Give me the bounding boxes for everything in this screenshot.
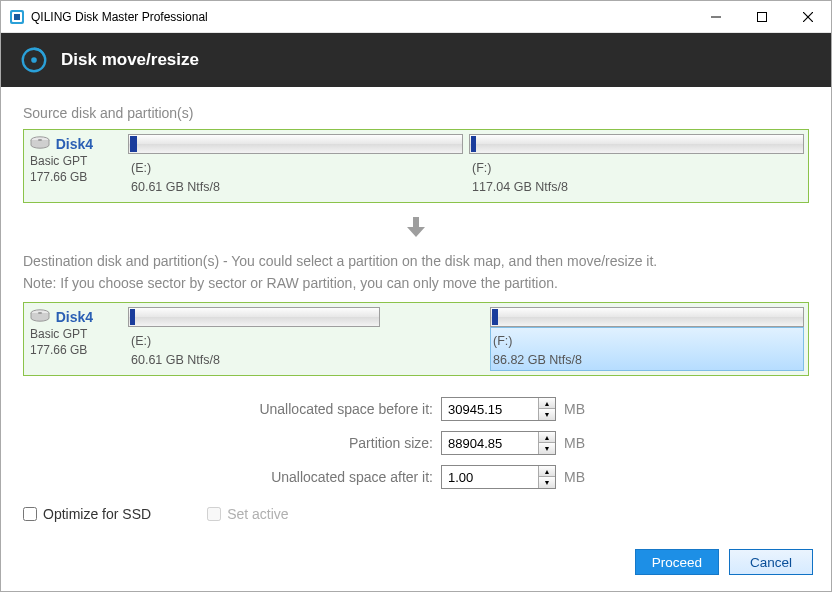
form-area: Unallocated space before it: ▲▼ MB Parti…	[23, 394, 809, 496]
source-section-label: Source disk and partition(s)	[23, 105, 809, 121]
dest-partition-f[interactable]: (F:) 86.82 GB Ntfs/8	[490, 307, 804, 371]
checkbox-optimize-ssd-input[interactable]	[23, 507, 37, 521]
input-unalloc-after[interactable]	[442, 466, 538, 488]
body: Source disk and partition(s) Disk4 Basic…	[1, 87, 831, 543]
spin-up-icon[interactable]: ▲	[539, 398, 555, 409]
input-partition-size[interactable]	[442, 432, 538, 454]
source-partition-f[interactable]: (F:) 117.04 GB Ntfs/8	[469, 134, 804, 198]
source-disk-meta: Basic GPT 177.66 GB	[30, 153, 120, 185]
checkbox-optimize-ssd-label: Optimize for SSD	[43, 506, 151, 522]
dest-unallocated-gap[interactable]	[386, 307, 484, 371]
spin-down-icon[interactable]: ▼	[539, 409, 555, 420]
cancel-button[interactable]: Cancel	[729, 549, 813, 575]
label-unalloc-after: Unallocated space after it:	[23, 469, 441, 485]
checkbox-optimize-ssd[interactable]: Optimize for SSD	[23, 506, 151, 522]
titlebar: QILING Disk Master Professional	[1, 1, 831, 33]
svg-point-8	[31, 57, 37, 63]
dest-partition-e[interactable]: (E:) 60.61 GB Ntfs/8	[128, 307, 380, 371]
dest-disk-info: Disk4 Basic GPT 177.66 GB	[28, 307, 122, 371]
title-text: QILING Disk Master Professional	[31, 10, 208, 24]
dest-disk-name: Disk4	[56, 309, 93, 325]
label-unalloc-before: Unallocated space before it:	[23, 401, 441, 417]
source-partitions: (E:) 60.61 GB Ntfs/8 (F:) 117.04 GB Ntfs…	[128, 134, 804, 198]
checkbox-set-active: Set active	[207, 506, 288, 522]
row-unalloc-after: Unallocated space after it: ▲▼ MB	[23, 462, 809, 492]
source-disk-name: Disk4	[56, 136, 93, 152]
row-partition-size: Partition size: ▲▼ MB	[23, 428, 809, 458]
unit-label: MB	[564, 401, 585, 417]
usage-bar	[490, 307, 804, 327]
svg-rect-4	[758, 12, 767, 21]
dest-disk-meta: Basic GPT 177.66 GB	[30, 326, 120, 358]
disk-icon	[30, 309, 50, 326]
app-icon	[9, 9, 25, 25]
row-unalloc-before: Unallocated space before it: ▲▼ MB	[23, 394, 809, 424]
dest-description: Destination disk and partition(s) - You …	[23, 250, 809, 294]
source-partition-e[interactable]: (E:) 60.61 GB Ntfs/8	[128, 134, 463, 198]
partition-desc: 60.61 GB Ntfs/8	[131, 349, 377, 368]
minimize-button[interactable]	[693, 1, 739, 33]
maximize-button[interactable]	[739, 1, 785, 33]
checkbox-set-active-input	[207, 507, 221, 521]
svg-point-12	[38, 312, 42, 314]
partition-desc: 86.82 GB Ntfs/8	[493, 349, 801, 368]
unit-label: MB	[564, 469, 585, 485]
header-logo-icon	[19, 45, 49, 75]
checkbox-set-active-label: Set active	[227, 506, 288, 522]
spin-up-icon[interactable]: ▲	[539, 466, 555, 477]
svg-point-10	[38, 139, 42, 141]
dest-note: Note: If you choose sector by sector or …	[23, 272, 809, 294]
usage-bar	[469, 134, 804, 154]
arrow-row	[23, 213, 809, 250]
label-partition-size: Partition size:	[23, 435, 441, 451]
disk-icon	[30, 136, 50, 153]
dest-partitions: (E:) 60.61 GB Ntfs/8 (F:) 86.82 GB Ntfs/…	[128, 307, 804, 371]
app-window: QILING Disk Master Professional Disk mov…	[0, 0, 832, 592]
partition-letter: (E:)	[131, 157, 460, 176]
partition-letter: (E:)	[131, 330, 377, 349]
partition-letter: (F:)	[493, 330, 801, 349]
unit-label: MB	[564, 435, 585, 451]
spin-down-icon[interactable]: ▼	[539, 443, 555, 454]
header-band: Disk move/resize	[1, 33, 831, 87]
close-button[interactable]	[785, 1, 831, 33]
source-diskgroup: Disk4 Basic GPT 177.66 GB (E:) 60.61 GB …	[23, 129, 809, 203]
svg-rect-2	[14, 14, 20, 20]
page-title: Disk move/resize	[61, 50, 199, 70]
source-disk-info: Disk4 Basic GPT 177.66 GB	[28, 134, 122, 198]
input-unalloc-before[interactable]	[442, 398, 538, 420]
partition-desc: 60.61 GB Ntfs/8	[131, 176, 460, 195]
footer: Proceed Cancel	[1, 543, 831, 591]
partition-letter: (F:)	[472, 157, 801, 176]
spin-up-icon[interactable]: ▲	[539, 432, 555, 443]
checkbox-row: Optimize for SSD Set active	[23, 496, 809, 522]
spin-down-icon[interactable]: ▼	[539, 477, 555, 488]
spin-unalloc-before[interactable]: ▲▼	[441, 397, 556, 421]
dest-diskgroup: Disk4 Basic GPT 177.66 GB (E:) 60.61 GB …	[23, 302, 809, 376]
spin-partition-size[interactable]: ▲▼	[441, 431, 556, 455]
usage-bar	[128, 134, 463, 154]
spin-unalloc-after[interactable]: ▲▼	[441, 465, 556, 489]
dest-section-label: Destination disk and partition(s) - You …	[23, 250, 809, 272]
partition-desc: 117.04 GB Ntfs/8	[472, 176, 801, 195]
usage-bar	[128, 307, 380, 327]
proceed-button[interactable]: Proceed	[635, 549, 719, 575]
arrow-down-icon	[402, 215, 430, 242]
